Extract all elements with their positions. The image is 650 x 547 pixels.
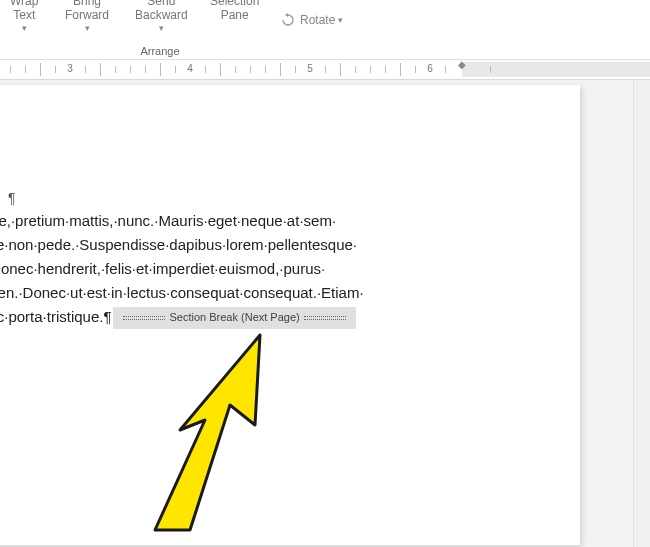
body-text[interactable]: vulputate·vitae,·pretium·mattis,·nunc.·M… [0,209,520,329]
ruler-tick-label: 6 [427,63,433,74]
send-backward-button[interactable]: Send Backward ▾ [135,0,188,34]
rotate-button[interactable]: Rotate ▾ [280,12,343,28]
document-area: ¶ vulputate·vitae,·pretium·mattis,·nunc.… [0,80,650,547]
ruler-tick-label: 4 [187,63,193,74]
ribbon: Wrap Text ▾ Bring Forward ▾ Send Backwar… [0,0,650,60]
horizontal-ruler[interactable]: 3 4 5 6 ◆ [0,60,650,80]
page[interactable]: ¶ vulputate·vitae,·pretium·mattis,·nunc.… [0,85,580,545]
bring-forward-line1: Bring [73,0,101,8]
right-indent-marker[interactable]: ◆ [458,59,466,70]
text-line: e·aliquet·pede·non·pede.·Suspendisse·dap… [0,233,480,257]
ribbon-group-label: Arrange [0,45,320,57]
text-fragment: ·lorem·in·nunc·porta·tristique.¶ [0,308,111,325]
send-backward-line1: Send [147,0,175,8]
send-backward-line2: Backward [135,8,188,22]
chevron-down-icon: ▾ [65,23,109,34]
ruler-tick-label: 3 [67,63,73,74]
vertical-scrollbar[interactable] [633,80,650,547]
selection-pane-line2: Pane [221,8,249,22]
bring-forward-button[interactable]: Bring Forward ▾ [65,0,109,34]
chevron-down-icon: ▾ [338,15,343,25]
wrap-text-button[interactable]: Wrap Text ▾ [10,0,38,34]
chevron-down-icon: ▾ [13,23,35,34]
selection-pane-line1: Selection [210,0,259,8]
wrap-text-line1: Wrap [10,0,38,8]
text-line: ·lorem·in·nunc·porta·tristique.¶Section … [0,305,480,329]
chevron-down-icon: ▾ [135,23,188,34]
section-break-marker[interactable]: Section Break (Next Page) [113,307,355,329]
bring-forward-line2: Forward [65,8,109,22]
pilcrow-mark: ¶ [8,190,16,206]
wrap-text-line2: Text [13,8,35,22]
rotate-label: Rotate [300,13,335,27]
text-line: ugiat·ligula.·Donec·hendrerit,·felis·et·… [0,257,480,281]
text-line: vulputate·vitae,·pretium·mattis,·nunc.·M… [0,209,480,233]
section-break-label: Section Break (Next Page) [169,311,299,323]
text-line: nisl·eget·sapien.·Donec·ut·est·in·lectus… [0,281,480,305]
rotate-icon [280,12,296,28]
ruler-tick-label: 5 [307,63,313,74]
selection-pane-button[interactable]: Selection Pane [210,0,259,23]
